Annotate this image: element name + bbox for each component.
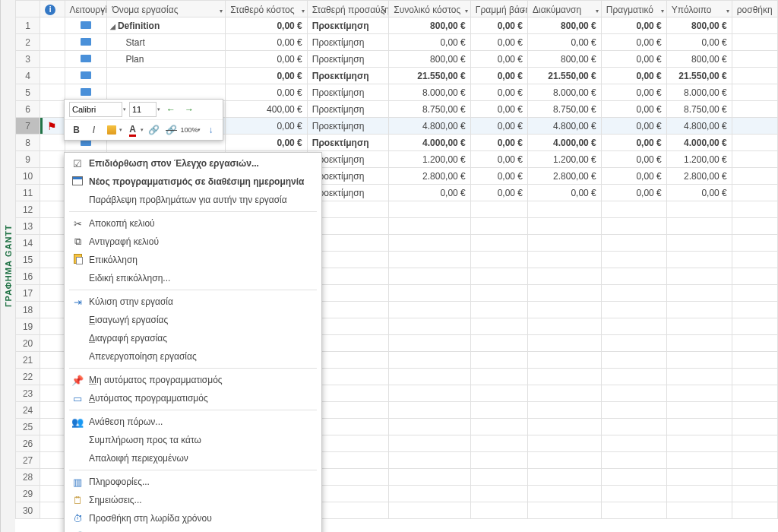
row-header[interactable]: 13 — [16, 218, 40, 235]
menu-copy-cell[interactable]: ⧉Αντιγραφή κελιού — [65, 233, 321, 251]
col-header-add[interactable]: ροσθήκη — [732, 1, 777, 17]
row-header[interactable]: 16 — [16, 268, 40, 285]
cell-accrual[interactable]: Προεκτίμηση — [307, 68, 389, 84]
cell-add[interactable] — [732, 68, 777, 84]
unlink-tasks-button[interactable]: 🔗 — [164, 122, 179, 138]
cell-variance[interactable]: 4.000,00 € — [528, 135, 602, 151]
dropdown-icon[interactable]: ▾ — [596, 8, 599, 14]
cell-accrual[interactable]: Προεκτίμηση — [307, 84, 389, 101]
cell-task-name[interactable]: Plan — [107, 51, 226, 68]
cell-actual[interactable]: 0,00 € — [601, 34, 666, 51]
cell-total-cost[interactable]: 4.800,00 € — [389, 118, 471, 135]
table-row[interactable]: 1 Definition 0,00 € Προεκτίμηση 800,00 €… — [16, 17, 778, 34]
percent-complete-button[interactable]: 100% — [182, 122, 197, 138]
cell-accrual[interactable]: Προεκτίμηση — [307, 118, 389, 135]
cell-fixed-cost[interactable]: 0,00 € — [226, 51, 308, 68]
cell-fixed-cost[interactable]: 0,00 € — [226, 17, 308, 34]
cell-total-cost[interactable]: 1.200,00 € — [389, 151, 471, 168]
cell-add[interactable] — [732, 118, 777, 135]
row-header[interactable]: 14 — [16, 235, 40, 252]
row-header[interactable]: 10 — [16, 168, 40, 185]
row-header[interactable]: 21 — [16, 352, 40, 369]
cell-total-cost[interactable]: 2.800,00 € — [389, 168, 471, 185]
bold-button[interactable]: B — [69, 122, 84, 138]
cell-total-cost[interactable]: 0,00 € — [389, 34, 471, 51]
scroll-to-task-button[interactable]: ↓ — [204, 122, 218, 138]
cell-add[interactable] — [732, 185, 777, 201]
row-header[interactable]: 30 — [16, 502, 40, 519]
cell-variance[interactable]: 800,00 € — [528, 17, 602, 34]
cell-actual[interactable]: 0,00 € — [601, 68, 666, 84]
cell-remaining[interactable]: 8.000,00 € — [666, 84, 732, 101]
menu-ignore-problems[interactable]: Παράβλεψη προβλημάτων για αυτήν την εργα… — [65, 191, 321, 209]
cell-actual[interactable]: 0,00 € — [601, 151, 666, 168]
cell-variance[interactable]: 0,00 € — [528, 34, 602, 51]
cell-baseline[interactable]: 0,00 € — [470, 118, 527, 135]
table-row[interactable]: 4 0,00 € Προεκτίμηση 21.550,00 € 0,00 € … — [16, 68, 778, 84]
row-header[interactable]: 3 — [16, 51, 40, 68]
dropdown-icon[interactable]: ▾ — [465, 8, 468, 14]
row-header[interactable]: 27 — [16, 452, 40, 469]
italic-button[interactable]: I — [87, 122, 101, 138]
cell-remaining[interactable]: 4.000,00 € — [666, 135, 732, 151]
cell-total-cost[interactable]: 8.000,00 € — [389, 84, 471, 101]
cell-info[interactable] — [40, 51, 65, 68]
menu-assign-resources[interactable]: 👥Ανάθεση πόρων... — [65, 413, 321, 431]
select-all-corner[interactable] — [16, 1, 40, 17]
cell-add[interactable] — [732, 101, 777, 118]
dropdown-icon[interactable]: ▾ — [661, 8, 664, 14]
row-header[interactable]: 29 — [16, 486, 40, 502]
cell-mode[interactable] — [65, 34, 107, 51]
row-header[interactable]: 12 — [16, 201, 40, 218]
cell-variance[interactable]: 0,00 € — [528, 185, 602, 201]
menu-link[interactable]: 🔗Σύνδεση — [65, 527, 321, 532]
row-header[interactable]: 24 — [16, 402, 40, 419]
row-header[interactable]: 7 — [16, 118, 40, 135]
menu-paste-special[interactable]: Ειδική επικόλληση... — [65, 269, 321, 287]
col-header-total[interactable]: Συνολικό κόστος▾ — [389, 1, 471, 17]
cell-fixed-cost[interactable]: 0,00 € — [226, 34, 308, 51]
menu-insert-task[interactable]: Εισαγωγή εργασίας — [65, 311, 321, 329]
row-header[interactable]: 18 — [16, 302, 40, 318]
cell-task-name[interactable]: Start — [107, 34, 226, 51]
cell-info[interactable]: ⚑ — [40, 118, 65, 135]
menu-information[interactable]: ▥Πληροφορίες... — [65, 473, 321, 491]
cell-baseline[interactable]: 0,00 € — [470, 135, 527, 151]
cell-accrual[interactable]: Προεκτίμηση — [307, 135, 389, 151]
cell-info[interactable] — [40, 135, 65, 151]
cell-total-cost[interactable]: 0,00 € — [389, 185, 471, 201]
cell-accrual[interactable]: Προεκτίμηση — [307, 51, 389, 68]
cell-baseline[interactable]: 0,00 € — [470, 168, 527, 185]
cell-total-cost[interactable]: 21.550,00 € — [389, 68, 471, 84]
cell-total-cost[interactable]: 8.750,00 € — [389, 101, 471, 118]
cell-actual[interactable]: 0,00 € — [601, 51, 666, 68]
cell-variance[interactable]: 2.800,00 € — [528, 168, 602, 185]
cell-actual[interactable]: 0,00 € — [601, 84, 666, 101]
menu-notes[interactable]: 🗒Σημειώσεις... — [65, 491, 321, 509]
cell-fixed-cost[interactable]: 0,00 € — [226, 68, 308, 84]
cell-add[interactable] — [732, 151, 777, 168]
cell-variance[interactable]: 21.550,00 € — [528, 68, 602, 84]
row-header[interactable]: 8 — [16, 135, 40, 151]
col-header-accrual[interactable]: Σταθερή προσαύξηση κόστους▾ — [307, 1, 389, 17]
cell-actual[interactable]: 0,00 € — [601, 118, 666, 135]
cell-mode[interactable] — [65, 51, 107, 68]
cell-remaining[interactable]: 4.800,00 € — [666, 118, 732, 135]
cell-variance[interactable]: 1.200,00 € — [528, 151, 602, 168]
col-header-remaining[interactable]: Υπόλοιπο▾ — [666, 1, 732, 17]
cell-accrual[interactable]: Προεκτίμηση — [307, 34, 389, 51]
font-color-button[interactable]: A — [125, 122, 140, 138]
row-header[interactable]: 5 — [16, 84, 40, 101]
cell-mode[interactable] — [65, 17, 107, 34]
cell-remaining[interactable]: 800,00 € — [666, 51, 732, 68]
cell-add[interactable] — [732, 168, 777, 185]
dropdown-icon[interactable]: ▾ — [383, 8, 386, 14]
font-size-input[interactable] — [129, 102, 157, 117]
menu-paste[interactable]: Επικόλληση — [65, 251, 321, 269]
menu-fix-in-inspector[interactable]: ☑Επιδιόρθωση στον Έλεγχο εργασιών... — [65, 154, 321, 173]
cell-fixed-cost[interactable]: 0,00 € — [226, 135, 308, 151]
cell-add[interactable] — [732, 135, 777, 151]
cell-remaining[interactable]: 8.750,00 € — [666, 101, 732, 118]
cell-info[interactable] — [40, 34, 65, 51]
cell-add[interactable] — [732, 84, 777, 101]
